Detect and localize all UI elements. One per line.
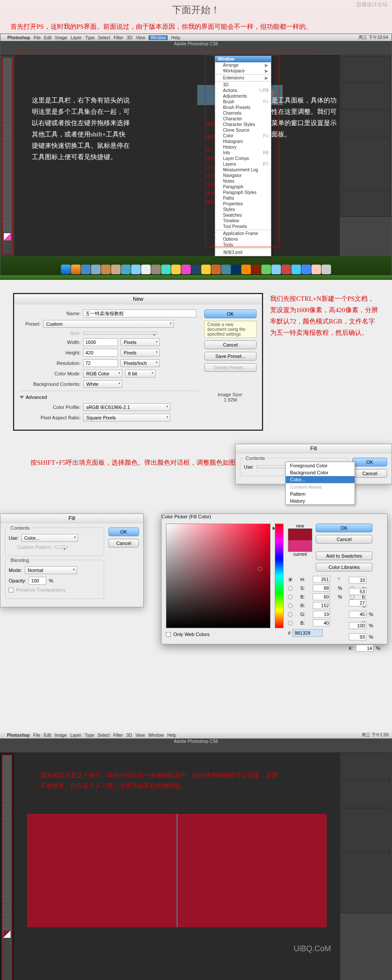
dock-app-icon[interactable] bbox=[231, 265, 241, 274]
colormode-select[interactable]: RGB Color bbox=[83, 370, 122, 378]
dock-app-icon[interactable] bbox=[311, 265, 321, 274]
tool[interactable] bbox=[3, 887, 11, 895]
option-pattern[interactable]: Pattern bbox=[286, 490, 355, 497]
tool-stamp[interactable] bbox=[3, 128, 11, 136]
dock-trash-icon[interactable] bbox=[321, 265, 331, 274]
tool[interactable] bbox=[3, 773, 11, 781]
canvas-area2[interactable]: 填充确定后是这个样子，我在中间拉出一条辅助线居中。如何使用辅助线可以百度，这里不… bbox=[14, 753, 340, 980]
radio-s[interactable] bbox=[288, 586, 293, 591]
tool[interactable] bbox=[3, 869, 11, 877]
menu-3d[interactable]: 3D bbox=[127, 35, 132, 40]
b2-input[interactable] bbox=[349, 599, 366, 606]
tool-brush[interactable] bbox=[3, 119, 11, 127]
menu-3d2[interactable]: 3D bbox=[126, 733, 132, 738]
tool-type[interactable] bbox=[3, 189, 11, 197]
m-input[interactable] bbox=[349, 622, 366, 629]
dock-app-icon[interactable] bbox=[101, 265, 111, 274]
menu-layer2[interactable]: Layer bbox=[70, 733, 81, 738]
profile-select[interactable]: sRGB IEC61966-2.1 bbox=[83, 403, 170, 411]
panel-layers[interactable] bbox=[341, 137, 391, 190]
y-input[interactable] bbox=[349, 633, 366, 640]
toolbox[interactable] bbox=[2, 57, 13, 254]
panel[interactable] bbox=[341, 781, 391, 807]
tool-eyedropper[interactable] bbox=[3, 102, 11, 110]
tool[interactable] bbox=[3, 861, 11, 868]
tool[interactable] bbox=[3, 808, 11, 816]
tool-shape[interactable] bbox=[3, 207, 11, 214]
b-input[interactable] bbox=[313, 593, 330, 600]
menu-select[interactable]: Select bbox=[98, 35, 110, 40]
ok-button[interactable]: OK bbox=[204, 310, 257, 318]
dock-app-icon[interactable] bbox=[181, 265, 191, 274]
toolbox2[interactable] bbox=[2, 755, 12, 980]
height-unit-select[interactable]: Pixels bbox=[121, 349, 160, 357]
options-bar2[interactable] bbox=[0, 744, 392, 753]
dock-app-icon[interactable] bbox=[261, 265, 271, 274]
color-cursor-icon[interactable] bbox=[258, 567, 262, 571]
panel-color[interactable] bbox=[341, 56, 391, 82]
dock-app-icon[interactable] bbox=[271, 265, 281, 274]
panel-layers2[interactable] bbox=[341, 852, 391, 913]
resolution-input[interactable] bbox=[83, 359, 118, 367]
use-select2[interactable]: Color... bbox=[21, 534, 78, 542]
window-menu-item[interactable]: 海报3.psd bbox=[215, 249, 271, 256]
options-bar[interactable] bbox=[0, 47, 392, 55]
dock-app-icon[interactable] bbox=[141, 265, 151, 274]
tool-gradient[interactable] bbox=[3, 154, 11, 162]
menu-file2[interactable]: File bbox=[33, 733, 40, 738]
tool[interactable] bbox=[3, 800, 11, 807]
dock-app-icon[interactable] bbox=[241, 265, 251, 274]
menu-edit[interactable]: Edit bbox=[44, 35, 51, 40]
a-input[interactable] bbox=[349, 588, 366, 595]
dock-app-icon[interactable] bbox=[291, 265, 301, 274]
advanced-toggle[interactable]: Advanced bbox=[20, 391, 199, 400]
fill-ok-button2[interactable]: OK bbox=[108, 527, 139, 536]
dock-app-icon[interactable] bbox=[301, 265, 311, 274]
panel-swatches[interactable] bbox=[341, 83, 391, 109]
dock-app-icon[interactable] bbox=[111, 265, 121, 274]
panel[interactable] bbox=[341, 754, 391, 780]
radio-h[interactable] bbox=[288, 577, 293, 582]
use-dropdown[interactable]: Foreground Color Background Color Color.… bbox=[285, 462, 355, 505]
tool[interactable] bbox=[3, 826, 11, 834]
tool-colors2[interactable] bbox=[3, 930, 11, 938]
menu-image2[interactable]: Image bbox=[55, 733, 67, 738]
dock-app-icon[interactable] bbox=[251, 265, 261, 274]
tool[interactable] bbox=[3, 834, 11, 842]
opacity-input[interactable] bbox=[29, 577, 46, 585]
option-history[interactable]: History bbox=[286, 497, 355, 504]
cancel-button[interactable]: Cancel bbox=[204, 340, 257, 349]
dock-app-icon[interactable] bbox=[81, 265, 91, 274]
radio-b[interactable] bbox=[288, 595, 293, 599]
c-input[interactable] bbox=[349, 611, 366, 618]
menu-type[interactable]: Type bbox=[85, 35, 95, 40]
add-swatches-button[interactable]: Add to Swatches bbox=[316, 551, 372, 560]
l-input[interactable] bbox=[349, 577, 366, 584]
tool-blur[interactable] bbox=[3, 163, 11, 171]
tool[interactable] bbox=[3, 922, 11, 929]
tool[interactable] bbox=[3, 852, 11, 860]
dock-ps-icon[interactable] bbox=[201, 265, 211, 274]
tool-eraser[interactable] bbox=[3, 146, 11, 153]
tool[interactable] bbox=[3, 817, 11, 825]
menu-view[interactable]: View bbox=[136, 35, 145, 40]
menu-filter[interactable]: Filter bbox=[114, 35, 123, 40]
tool-move[interactable] bbox=[3, 58, 11, 66]
tool-crop[interactable] bbox=[3, 93, 11, 101]
menubar-app[interactable]: Photoshop bbox=[7, 35, 30, 40]
menu-filter2[interactable]: Filter bbox=[113, 733, 123, 738]
menu-window2[interactable]: Window bbox=[148, 733, 164, 738]
dock-app-icon[interactable] bbox=[91, 265, 101, 274]
s-input[interactable] bbox=[313, 585, 330, 592]
tool-colors[interactable] bbox=[3, 233, 11, 241]
fill-ok-button[interactable]: OK bbox=[352, 458, 387, 466]
menu-help2[interactable]: Help bbox=[167, 733, 176, 738]
fill-cancel-button2[interactable]: Cancel bbox=[108, 539, 139, 548]
tool-lasso[interactable] bbox=[3, 76, 11, 84]
name-input[interactable] bbox=[83, 310, 196, 317]
menu-type2[interactable]: Type bbox=[84, 733, 94, 738]
dock-dw-icon[interactable] bbox=[221, 265, 231, 274]
option-color[interactable]: Color... bbox=[286, 476, 355, 483]
tool[interactable] bbox=[3, 843, 11, 851]
menu-select2[interactable]: Select bbox=[98, 733, 110, 738]
